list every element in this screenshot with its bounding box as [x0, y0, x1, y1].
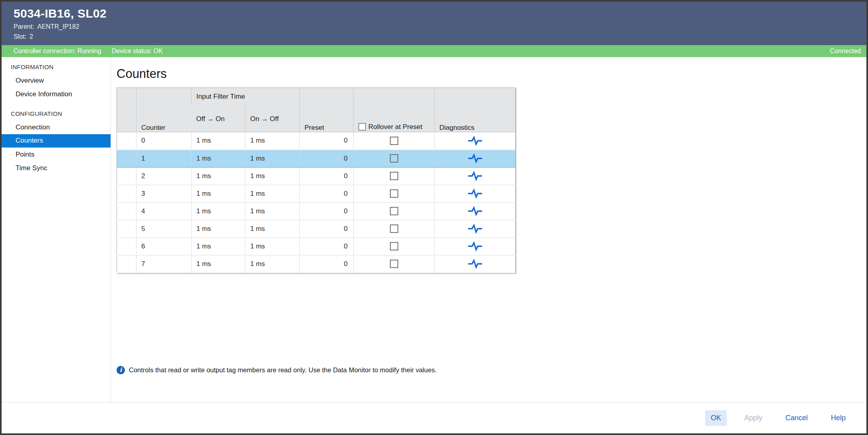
off-on-cell[interactable]: 1 ms — [192, 132, 245, 150]
sidebar-item-points[interactable]: Points — [2, 148, 111, 161]
rollover-checkbox[interactable] — [390, 242, 398, 250]
rollover-cell[interactable] — [354, 255, 435, 273]
sidebar-item-connection[interactable]: Connection — [2, 121, 111, 134]
apply-button[interactable]: Apply — [739, 410, 768, 426]
row-selector[interactable] — [117, 238, 136, 255]
diagnostics-cell[interactable] — [435, 132, 516, 150]
table-row[interactable]: 3 1 ms 1 ms 0 — [117, 185, 516, 203]
rollover-checkbox[interactable] — [390, 154, 398, 163]
preset-cell: 0 — [300, 150, 354, 167]
slot-line: Slot:2 — [14, 33, 866, 40]
diagnostics-cell[interactable] — [435, 255, 516, 273]
info-icon: i — [117, 366, 125, 374]
off-on-cell[interactable]: 1 ms — [192, 185, 245, 203]
sidebar-section: CONFIGURATION Connection Counters Points… — [2, 107, 111, 175]
sidebar-item-counters[interactable]: Counters — [2, 134, 111, 148]
help-button[interactable]: Help — [825, 410, 851, 426]
diagnostics-pulse-icon[interactable] — [468, 189, 482, 199]
table-row[interactable]: 1 1 ms 1 ms 0 — [117, 150, 516, 167]
diagnostics-pulse-icon[interactable] — [468, 259, 482, 269]
row-selector[interactable] — [117, 132, 136, 150]
rollover-all-checkbox[interactable] — [358, 123, 366, 131]
diagnostics-cell[interactable] — [435, 220, 516, 238]
row-selector[interactable] — [117, 203, 136, 220]
off-on-cell[interactable]: 1 ms — [192, 203, 245, 220]
rollover-checkbox[interactable] — [390, 189, 398, 198]
table-row[interactable]: 2 1 ms 1 ms 0 — [117, 167, 516, 185]
main-panel: Counters Counter Input Filter Time Prese… — [111, 57, 866, 402]
off-on-cell[interactable]: 1 ms — [192, 220, 245, 238]
rollover-column-header: Rollover at Preset — [354, 88, 435, 132]
sidebar-item-device-information[interactable]: Device Information — [2, 87, 111, 101]
diagnostics-cell[interactable] — [435, 167, 516, 185]
row-selector[interactable] — [117, 185, 136, 203]
rollover-cell[interactable] — [354, 203, 435, 220]
ok-button[interactable]: OK — [705, 410, 727, 426]
parent-label: Parent: — [14, 23, 34, 30]
note-text: Controls that read or write output tag m… — [129, 366, 437, 374]
on-off-cell[interactable]: 1 ms — [245, 203, 300, 220]
sidebar-section-label: CONFIGURATION — [2, 107, 111, 121]
diagnostics-pulse-icon[interactable] — [468, 224, 482, 234]
rollover-cell[interactable] — [354, 150, 435, 167]
module-title: 5034-IB16, SL02 — [14, 7, 866, 20]
diagnostics-cell[interactable] — [435, 185, 516, 203]
rollover-cell[interactable] — [354, 185, 435, 203]
row-selector[interactable] — [117, 255, 136, 273]
parent-line: Parent:AENTR_IP182 — [14, 23, 866, 30]
preset-cell: 0 — [300, 220, 354, 238]
table-row[interactable]: 5 1 ms 1 ms 0 — [117, 220, 516, 238]
diagnostics-cell[interactable] — [435, 238, 516, 255]
rollover-checkbox[interactable] — [390, 224, 398, 233]
row-selector[interactable] — [117, 167, 136, 185]
off-on-cell[interactable]: 1 ms — [192, 150, 245, 167]
dialog-header: 5034-IB16, SL02 Parent:AENTR_IP182 Slot:… — [2, 2, 866, 45]
sidebar-item-time-sync[interactable]: Time Sync — [2, 161, 111, 175]
off-on-cell[interactable]: 1 ms — [192, 255, 245, 273]
rollover-checkbox[interactable] — [390, 172, 398, 180]
diagnostics-cell[interactable] — [435, 203, 516, 220]
diagnostics-pulse-icon[interactable] — [468, 171, 482, 181]
rollover-checkbox[interactable] — [390, 207, 398, 215]
counter-cell: 7 — [136, 255, 192, 273]
rollover-cell[interactable] — [354, 238, 435, 255]
on-off-cell[interactable]: 1 ms — [245, 150, 300, 167]
sidebar-item-overview[interactable]: Overview — [2, 74, 111, 87]
table-row[interactable]: 0 1 ms 1 ms 0 — [117, 132, 516, 150]
diagnostics-pulse-icon[interactable] — [468, 206, 482, 216]
controller-connection-status: Controller connection: Running — [14, 48, 101, 55]
diagnostics-pulse-icon[interactable] — [468, 136, 482, 146]
connection-state: Connected — [830, 48, 861, 55]
off-on-cell[interactable]: 1 ms — [192, 167, 245, 185]
table-row[interactable]: 6 1 ms 1 ms 0 — [117, 238, 516, 255]
dialog-footer: OK Apply Cancel Help — [2, 402, 866, 433]
row-selector[interactable] — [117, 150, 136, 167]
rollover-checkbox[interactable] — [390, 260, 398, 268]
page-title: Counters — [117, 67, 866, 81]
table-row[interactable]: 4 1 ms 1 ms 0 — [117, 203, 516, 220]
diagnostics-pulse-icon[interactable] — [468, 153, 482, 163]
table-row[interactable]: 7 1 ms 1 ms 0 — [117, 255, 516, 273]
counter-cell: 6 — [136, 238, 192, 255]
input-filter-time-group-header: Input Filter Time — [192, 88, 300, 105]
on-off-cell[interactable]: 1 ms — [245, 167, 300, 185]
diagnostics-column-header: Diagnostics — [435, 88, 516, 132]
rollover-cell[interactable] — [354, 167, 435, 185]
rollover-cell[interactable] — [354, 220, 435, 238]
on-off-cell[interactable]: 1 ms — [245, 220, 300, 238]
counter-cell: 2 — [136, 167, 192, 185]
rollover-cell[interactable] — [354, 132, 435, 150]
on-off-cell[interactable]: 1 ms — [245, 132, 300, 150]
on-off-cell[interactable]: 1 ms — [245, 238, 300, 255]
on-off-cell[interactable]: 1 ms — [245, 255, 300, 273]
diagnostics-cell[interactable] — [435, 150, 516, 167]
row-selector[interactable] — [117, 220, 136, 238]
on-off-column-header: On → Off — [245, 105, 300, 132]
on-off-cell[interactable]: 1 ms — [245, 185, 300, 203]
preset-cell: 0 — [300, 185, 354, 203]
cancel-button[interactable]: Cancel — [780, 410, 813, 426]
diagnostics-pulse-icon[interactable] — [468, 241, 482, 251]
rollover-checkbox[interactable] — [390, 137, 398, 145]
preset-column-header: Preset — [300, 88, 354, 132]
off-on-cell[interactable]: 1 ms — [192, 238, 245, 255]
